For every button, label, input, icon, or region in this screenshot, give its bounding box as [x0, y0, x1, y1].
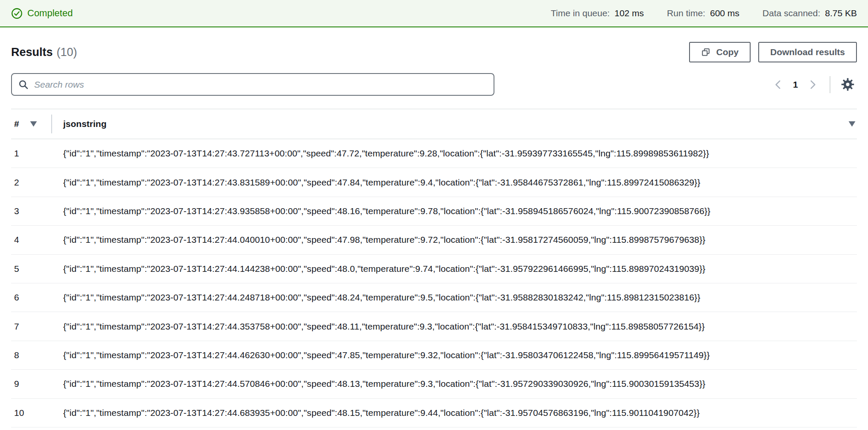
- stat-data-scanned: Data scanned: 8.75 KB: [763, 8, 857, 18]
- row-index: 9: [11, 379, 51, 389]
- row-jsonstring: {"id":"1","timestamp":"2023-07-13T14:27:…: [51, 148, 857, 159]
- row-index: 4: [11, 235, 51, 245]
- row-index: 7: [11, 321, 51, 332]
- table-row: 4 {"id":"1","timestamp":"2023-07-13T14:2…: [11, 226, 857, 254]
- stat-label: Run time:: [667, 8, 705, 18]
- table-row: 9 {"id":"1","timestamp":"2023-07-13T14:2…: [11, 370, 857, 398]
- chevron-left-icon: [773, 79, 784, 90]
- check-circle-icon: [11, 8, 23, 19]
- query-status-bar: Completed Time in queue: 102 ms Run time…: [0, 0, 868, 27]
- row-index: 8: [11, 350, 51, 360]
- query-stats: Time in queue: 102 ms Run time: 600 ms D…: [551, 8, 857, 18]
- gear-icon: [841, 78, 854, 91]
- next-page-button[interactable]: [803, 75, 822, 94]
- results-table: # jsonstring 1 {"id":"1","timestamp: [11, 109, 857, 427]
- copy-icon: [701, 47, 710, 57]
- toolbar-divider: [830, 76, 830, 93]
- stat-value: 600 ms: [710, 8, 739, 18]
- table-header-row: # jsonstring: [11, 109, 857, 139]
- row-index: 2: [11, 177, 51, 188]
- row-jsonstring: {"id":"1","timestamp":"2023-07-13T14:27:…: [51, 264, 857, 274]
- row-jsonstring: {"id":"1","timestamp":"2023-07-13T14:27:…: [51, 379, 857, 389]
- row-index: 1: [11, 148, 51, 159]
- previous-page-button[interactable]: [769, 75, 788, 94]
- table-row: 2 {"id":"1","timestamp":"2023-07-13T14:2…: [11, 168, 857, 197]
- column-header-index: #: [11, 119, 51, 129]
- stat-label: Time in queue:: [551, 8, 610, 18]
- search-icon: [18, 80, 29, 90]
- search-box: [11, 73, 494, 96]
- row-jsonstring: {"id":"1","timestamp":"2023-07-13T14:27:…: [51, 235, 857, 245]
- results-toolbar: 1: [11, 73, 857, 96]
- stat-value: 102 ms: [614, 8, 644, 18]
- query-status: Completed: [11, 8, 73, 19]
- results-header: Results (10) Copy Download results: [11, 41, 857, 63]
- row-index: 5: [11, 264, 51, 274]
- stat-time-in-queue: Time in queue: 102 ms: [551, 8, 644, 18]
- stat-run-time: Run time: 600 ms: [667, 8, 739, 18]
- filter-triangle-icon: [848, 121, 856, 127]
- download-results-button-label: Download results: [770, 47, 845, 57]
- index-column-filter-button[interactable]: [29, 121, 38, 127]
- table-row: 6 {"id":"1","timestamp":"2023-07-13T14:2…: [11, 283, 857, 312]
- stat-value: 8.75 KB: [825, 8, 857, 18]
- results-actions: Copy Download results: [689, 42, 857, 62]
- row-index: 10: [11, 408, 51, 418]
- column-header-jsonstring-label: jsonstring: [63, 119, 107, 129]
- row-jsonstring: {"id":"1","timestamp":"2023-07-13T14:27:…: [51, 206, 857, 216]
- row-jsonstring: {"id":"1","timestamp":"2023-07-13T14:27:…: [51, 408, 857, 418]
- copy-button-label: Copy: [716, 47, 739, 57]
- table-row: 7 {"id":"1","timestamp":"2023-07-13T14:2…: [11, 312, 857, 341]
- column-header-jsonstring: jsonstring: [52, 119, 857, 129]
- filter-triangle-icon: [29, 121, 38, 127]
- search-input[interactable]: [33, 79, 487, 90]
- download-results-button[interactable]: Download results: [758, 42, 857, 62]
- chevron-right-icon: [807, 79, 818, 90]
- results-title: Results: [11, 46, 53, 59]
- table-row: 3 {"id":"1","timestamp":"2023-07-13T14:2…: [11, 197, 857, 226]
- jsonstring-column-filter-button[interactable]: [848, 121, 856, 127]
- row-index: 3: [11, 206, 51, 216]
- query-status-label: Completed: [27, 8, 73, 19]
- table-row: 1 {"id":"1","timestamp":"2023-07-13T14:2…: [11, 139, 857, 168]
- row-jsonstring: {"id":"1","timestamp":"2023-07-13T14:27:…: [51, 321, 857, 332]
- table-row: 5 {"id":"1","timestamp":"2023-07-13T14:2…: [11, 255, 857, 283]
- table-row: 10 {"id":"1","timestamp":"2023-07-13T14:…: [11, 399, 857, 427]
- current-page-number[interactable]: 1: [793, 80, 798, 90]
- row-jsonstring: {"id":"1","timestamp":"2023-07-13T14:27:…: [51, 177, 857, 188]
- copy-button[interactable]: Copy: [689, 42, 751, 62]
- row-jsonstring: {"id":"1","timestamp":"2023-07-13T14:27:…: [51, 292, 857, 303]
- column-header-index-label: #: [14, 119, 19, 129]
- row-index: 6: [11, 292, 51, 303]
- stat-label: Data scanned:: [763, 8, 820, 18]
- table-row: 8 {"id":"1","timestamp":"2023-07-13T14:2…: [11, 341, 857, 370]
- pagination: 1: [769, 75, 857, 94]
- preferences-button[interactable]: [838, 75, 857, 94]
- row-jsonstring: {"id":"1","timestamp":"2023-07-13T14:27:…: [51, 350, 857, 360]
- results-count: (10): [57, 46, 77, 59]
